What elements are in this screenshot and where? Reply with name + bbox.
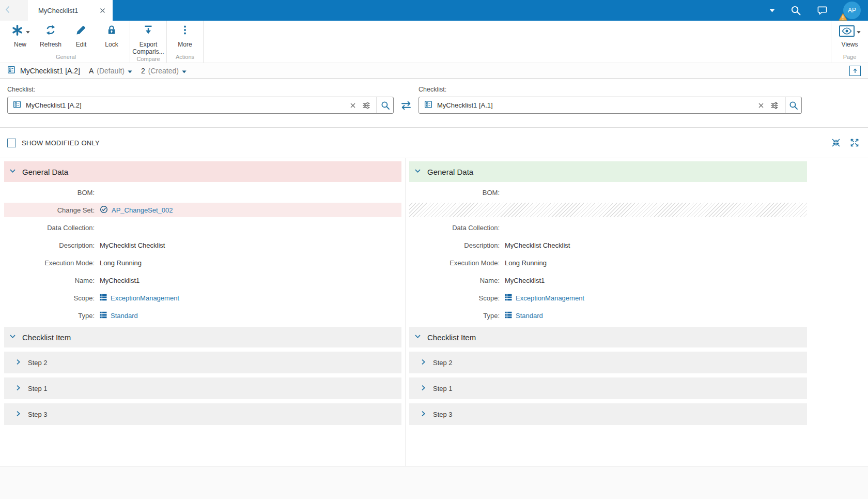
clear-icon[interactable] [349,102,357,109]
field-row-execution-mode: Execution Mode: Long Running [409,255,807,270]
toolbar-group-general: New Refresh Edit [2,21,130,63]
chevron-down-icon [414,332,422,342]
avatar-initials: AP [848,7,856,14]
chevron-down-icon[interactable] [769,9,775,12]
field-label: Name: [409,277,505,284]
change-set-link[interactable]: AP_ChangeSet_002 [112,206,173,214]
left-checklist-value: MyChecklist1 [A.2] [26,101,345,109]
toolbar-group-label-general: General [5,54,127,63]
field-label: BOM: [409,189,505,196]
field-row-description: Description: MyChecklist Checklist [4,238,401,252]
filter-sliders-icon[interactable] [361,100,371,111]
field-label: Execution Mode: [409,259,505,267]
toolbar-group-actions: More Actions [167,21,204,63]
collapse-all-icon[interactable] [831,138,841,147]
step-row[interactable]: Step 1 [409,377,807,399]
filter-sliders-icon[interactable] [769,100,780,111]
pencil-icon [75,24,87,38]
filter-row: SHOW MODIFIED ONLY [0,128,868,158]
right-comparison-panel: General Data BOM: Data Collection: Descr… [406,158,868,466]
toolbar-group-page: Views Page [831,21,868,63]
list-icon [505,311,512,320]
expand-all-icon[interactable] [850,138,859,147]
toolbar-group-label-actions: Actions [170,54,200,63]
clear-icon[interactable] [757,102,765,109]
field-row-execution-mode: Execution Mode: Long Running [4,255,401,270]
search-icon[interactable] [791,5,801,16]
field-value: MyChecklist1 [100,277,140,284]
chevron-left-icon [5,6,10,16]
scope-link[interactable]: ExceptionManagement [516,294,584,302]
section-header-general-data[interactable]: General Data [4,161,401,182]
chevron-right-icon [420,384,427,393]
right-checklist-input[interactable]: MyChecklist1 [A.1] [419,97,785,114]
section-header-checklist-item[interactable]: Checklist Item [409,327,807,347]
field-row-description: Description: MyChecklist Checklist [409,238,807,252]
export-comparison-button[interactable]: Export Comparis... [133,24,163,56]
step-row[interactable]: Step 3 [4,403,401,425]
field-label: Type: [4,312,100,320]
field-row-name: Name: MyChecklist1 [4,273,401,288]
new-button[interactable]: New [5,24,35,49]
tab-close-icon[interactable] [98,6,107,16]
toolbar: New Refresh Edit [0,21,868,63]
avatar[interactable]: AP [843,2,861,19]
field-row-bom: BOM: [409,185,807,200]
field-label: Description: [409,241,505,249]
field-value: MyChecklist Checklist [100,241,165,249]
revision-selector[interactable]: A (Default) [89,67,132,75]
application-window: MyChecklist1 AP [0,0,868,499]
step-row[interactable]: Step 2 [4,352,401,373]
left-checklist-input[interactable]: MyChecklist1 [A.2] [7,97,377,114]
field-label: Execution Mode: [4,259,100,267]
chevron-down-icon [26,26,30,36]
chevron-right-icon [14,358,22,367]
section-header-checklist-item[interactable]: Checklist Item [4,327,401,347]
tab-mychecklist1[interactable]: MyChecklist1 [28,0,113,21]
right-search-button[interactable] [785,97,802,114]
step-row[interactable]: Step 3 [409,403,807,425]
edit-button[interactable]: Edit [66,24,96,49]
field-value: Long Running [505,259,547,267]
version-selector[interactable]: 2 (Created) [141,67,187,75]
field-label: Scope: [409,294,505,302]
more-button[interactable]: More [170,24,200,49]
show-modified-checkbox[interactable] [7,139,16,147]
lock-button[interactable]: Lock [97,24,127,49]
chevron-down-icon [414,167,422,176]
step-row[interactable]: Step 2 [409,352,807,373]
field-row-bom: BOM: [4,185,401,200]
section-header-general-data[interactable]: General Data [409,161,807,182]
type-link[interactable]: Standard [516,312,543,320]
checklist-icon [424,100,432,111]
comparison-selector-area: Checklist: MyChecklist1 [A.2] [0,79,868,128]
swap-comparison-button[interactable] [394,97,419,114]
tab-title: MyChecklist1 [38,7,98,14]
lock-icon [105,24,118,38]
list-icon [100,294,107,303]
field-row-data-collection: Data Collection: [409,220,807,235]
top-bar-fill [113,0,769,21]
scope-link[interactable]: ExceptionManagement [111,294,179,302]
breadcrumb: MyChecklist1 [A.2] A (Default) 2 (Create… [0,63,868,79]
field-label: Data Collection: [409,224,505,232]
history-back-button[interactable] [0,0,28,21]
right-checklist-value: MyChecklist1 [A.1] [437,101,753,109]
left-checklist-label: Checklist: [7,86,394,93]
collapse-header-button[interactable] [849,66,861,76]
field-value: MyChecklist1 [505,277,545,284]
checklist-icon [13,100,21,111]
chevron-right-icon [14,384,22,393]
chat-icon[interactable] [817,5,828,16]
warning-badge-icon [839,13,847,22]
field-value: Long Running [100,259,142,267]
left-search-button[interactable] [377,97,394,114]
field-value: MyChecklist Checklist [505,241,570,249]
views-button[interactable]: Views [835,24,865,49]
chevron-down-icon [9,332,17,342]
chevron-right-icon [420,410,427,419]
refresh-button[interactable]: Refresh [36,24,66,49]
type-link[interactable]: Standard [111,312,138,320]
step-row[interactable]: Step 1 [4,377,401,399]
field-label: BOM: [4,189,100,196]
